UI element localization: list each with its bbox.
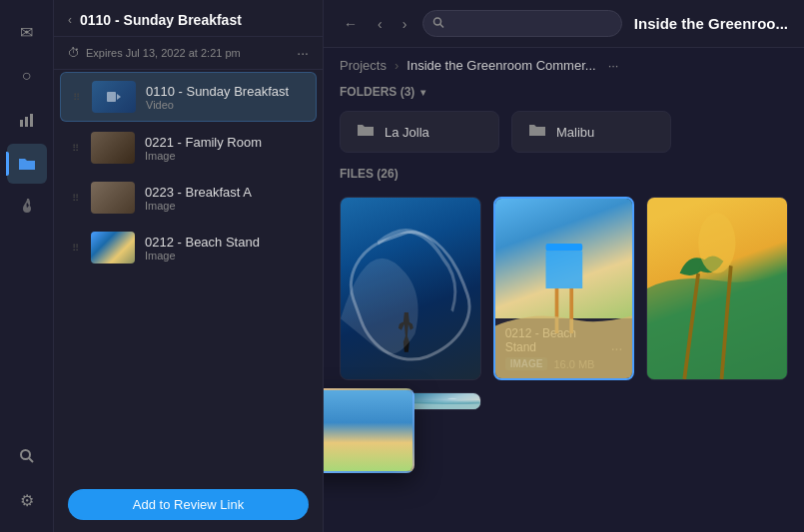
sidebar-back-button[interactable]: ‹ [68,13,72,27]
svg-rect-0 [20,120,23,127]
clock-icon[interactable]: ○ [7,56,47,96]
folder-la-jolla[interactable]: La Jolla [340,111,499,153]
breadcrumb-projects[interactable]: Projects [340,58,387,73]
thumb-0 [92,81,136,113]
file-card-0[interactable]: ster Shot 67.2 MB ··· [340,197,481,380]
sidebar-item-name-1: 0221 - Family Room [145,135,305,150]
thumb-3 [91,232,135,264]
files-grid: ster Shot 67.2 MB ··· [340,189,788,410]
file-thumb-0 [341,198,480,379]
svg-rect-9 [545,244,582,252]
expires-icon: ⏱ [68,46,80,60]
svg-point-3 [21,450,30,459]
folder-icon-malibu [528,122,546,142]
main-content: ← ‹ › Inside the Greenroo... Projects › … [324,0,804,532]
thumb-2 [91,182,135,214]
sidebar-item-info-1: 0221 - Family Room Image [145,135,305,162]
breadcrumb-current: Inside the Greenroom Commer... [406,58,595,73]
drag-preview-image [324,390,412,471]
header-title: Inside the Greenroo... [634,15,788,32]
sidebar-item-0[interactable]: ⠿ 0110 - Sunday Breakfast Video [60,72,317,122]
sidebar-item-type-0: Video [146,99,304,111]
file-thumb-1 [495,199,633,318]
folders-toggle[interactable]: FOLDERS (3) [340,85,414,99]
folders-chevron-icon[interactable]: ▾ [420,87,425,98]
settings-icon[interactable]: ⚙ [7,480,47,520]
drag-handle-2: ⠿ [72,193,79,204]
sidebar-item-type-1: Image [145,150,305,162]
svg-point-7 [434,18,441,25]
files-count-label: FILES (26) [340,167,399,181]
search-input[interactable] [422,10,621,37]
search-nav-icon[interactable] [7,436,47,476]
files-header-row: FILES (26) [340,163,788,189]
sidebar-item-type-2: Image [145,200,305,212]
sidebar-panel: ‹ 0110 - Sunday Breakfast ⏱ Expires Jul … [54,0,324,532]
svg-line-8 [440,24,444,28]
chart-icon[interactable] [7,100,47,140]
svg-point-16 [447,398,456,399]
sidebar-item-1[interactable]: ⠿ 0221 - Family Room Image [60,124,317,172]
folders-section-header: FOLDERS (3) ▾ [324,79,804,105]
search-wrapper [422,10,621,37]
folder-nav-icon[interactable] [7,144,47,184]
folder-name-la-jolla: La Jolla [385,125,429,140]
search-icon [432,16,444,31]
folder-malibu[interactable]: Malibu [511,111,671,153]
breadcrumb: Projects › Inside the Greenroom Commer..… [324,48,804,79]
sidebar-item-3[interactable]: ⠿ 0212 - Beach Stand Image [60,224,317,271]
sidebar-meta-row: ⏱ Expires Jul 13, 2022 at 2:21 pm ··· [54,37,323,70]
svg-rect-5 [107,92,116,102]
drag-preview-overlay [324,388,414,473]
breadcrumb-separator: › [395,58,399,73]
mail-icon[interactable]: ✉ [7,12,47,52]
drag-handle-3: ⠿ [72,243,79,254]
next-nav-button[interactable]: › [399,12,411,36]
sidebar-item-name-2: 0223 - Breakfast A [145,185,305,200]
expires-label: Expires Jul 13, 2022 at 2:21 pm [86,47,291,59]
sidebar-item-name-0: 0110 - Sunday Breakfast [146,84,304,99]
svg-rect-10 [545,252,582,289]
left-navigation: ✉ ○ ⚙ [0,0,54,532]
file-card-1[interactable]: 0212 - Beach Stand IMAGE 16.0 MB ··· [493,197,635,380]
flame-icon[interactable] [7,188,47,228]
folders-grid: La Jolla Malibu [324,105,804,163]
file-thumb-2 [647,198,787,379]
svg-rect-2 [30,114,33,127]
file-info-2 [647,379,787,380]
sidebar-item-info-2: 0223 - Breakfast A Image [145,185,305,212]
back-nav-button[interactable]: ← [340,12,362,36]
files-section: FILES (26) ster Shot [324,163,804,532]
svg-line-4 [29,458,33,462]
sidebar-item-info-0: 0110 - Sunday Breakfast Video [146,84,304,111]
breadcrumb-more-button[interactable]: ··· [608,58,619,73]
sidebar-header: ‹ 0110 - Sunday Breakfast [54,0,323,37]
sidebar-item-2[interactable]: ⠿ 0223 - Breakfast A Image [60,174,317,222]
folder-icon-la-jolla [357,122,375,142]
svg-marker-6 [117,94,121,100]
file-info-0: ster Shot 67.2 MB ··· [341,379,480,380]
sidebar-item-list: ⠿ 0110 - Sunday Breakfast Video ⠿ 0221 -… [54,70,323,477]
sidebar-title: 0110 - Sunday Breakfast [80,12,309,28]
folder-name-malibu: Malibu [556,125,594,140]
prev-nav-button[interactable]: ‹ [374,12,387,36]
main-header: ← ‹ › Inside the Greenroo... [324,0,804,48]
drag-handle-1: ⠿ [72,143,79,154]
sidebar-item-name-3: 0212 - Beach Stand [145,235,305,250]
file-card-2[interactable] [646,197,788,380]
add-to-review-link-button[interactable]: Add to Review Link [68,489,309,520]
thumb-1 [91,132,135,164]
add-review-link-container: Add to Review Link [68,489,309,520]
meta-more-button[interactable]: ··· [297,45,309,61]
svg-point-15 [699,213,736,273]
sidebar-item-type-3: Image [145,250,305,262]
drag-handle-0: ⠿ [73,92,80,103]
sidebar-item-info-3: 0212 - Beach Stand Image [145,235,305,262]
svg-rect-1 [25,117,28,127]
